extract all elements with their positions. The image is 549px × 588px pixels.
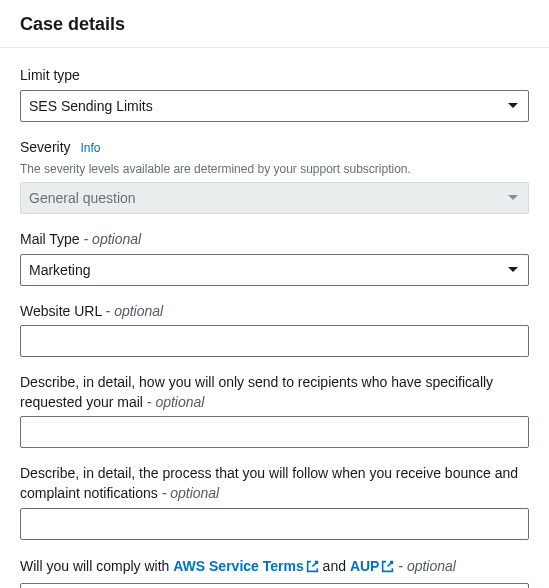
form-body: Limit type SES Sending Limits Severity I… <box>0 48 549 588</box>
external-link-icon <box>381 558 394 579</box>
severity-help-text: The severity levels available are determ… <box>20 161 529 178</box>
describe-bounce-input[interactable] <box>20 508 529 540</box>
optional-text: - optional <box>147 394 205 410</box>
comply-select-wrapper: Yes <box>20 583 529 588</box>
comply-label-row: Will you will comply with AWS Service Te… <box>20 556 529 579</box>
website-url-input[interactable] <box>20 325 529 357</box>
field-comply: Will you will comply with AWS Service Te… <box>20 556 529 588</box>
comply-label-prefix: Will you will comply with <box>20 558 173 574</box>
severity-info-link[interactable]: Info <box>80 141 100 155</box>
severity-select: General question <box>20 182 529 214</box>
severity-label-row: Severity Info <box>20 138 529 158</box>
optional-text: - optional <box>162 485 220 501</box>
describe-recipients-input[interactable] <box>20 416 529 448</box>
field-severity: Severity Info The severity levels availa… <box>20 138 529 214</box>
describe-recipients-label-row: Describe, in detail, how you will only s… <box>20 373 529 412</box>
mail-type-select-wrapper: Marketing <box>20 254 529 286</box>
describe-bounce-label-row: Describe, in detail, the process that yo… <box>20 464 529 503</box>
page-title: Case details <box>20 14 529 35</box>
limit-type-label: Limit type <box>20 66 529 86</box>
limit-type-select-wrapper: SES Sending Limits <box>20 90 529 122</box>
mail-type-select[interactable]: Marketing <box>20 254 529 286</box>
website-url-label: Website URL <box>20 303 102 319</box>
field-describe-bounce: Describe, in detail, the process that yo… <box>20 464 529 539</box>
severity-label: Severity <box>20 139 71 155</box>
severity-select-wrapper: General question <box>20 182 529 214</box>
optional-text: - optional <box>394 558 455 574</box>
limit-type-select[interactable]: SES Sending Limits <box>20 90 529 122</box>
field-limit-type: Limit type SES Sending Limits <box>20 66 529 122</box>
comply-select[interactable]: Yes <box>20 583 529 588</box>
mail-type-label: Mail Type <box>20 231 80 247</box>
optional-text: - optional <box>84 231 142 247</box>
aws-service-terms-link[interactable]: AWS Service Terms <box>173 558 318 574</box>
field-website-url: Website URL - optional <box>20 302 529 358</box>
mail-type-label-row: Mail Type - optional <box>20 230 529 250</box>
external-link-icon <box>306 558 319 579</box>
describe-bounce-label: Describe, in detail, the process that yo… <box>20 465 518 501</box>
aup-link[interactable]: AUP <box>350 558 395 574</box>
field-describe-recipients: Describe, in detail, how you will only s… <box>20 373 529 448</box>
optional-text: - optional <box>106 303 164 319</box>
page-header: Case details <box>0 0 549 48</box>
website-url-label-row: Website URL - optional <box>20 302 529 322</box>
comply-label-mid: and <box>319 558 350 574</box>
describe-recipients-label: Describe, in detail, how you will only s… <box>20 374 493 410</box>
field-mail-type: Mail Type - optional Marketing <box>20 230 529 286</box>
